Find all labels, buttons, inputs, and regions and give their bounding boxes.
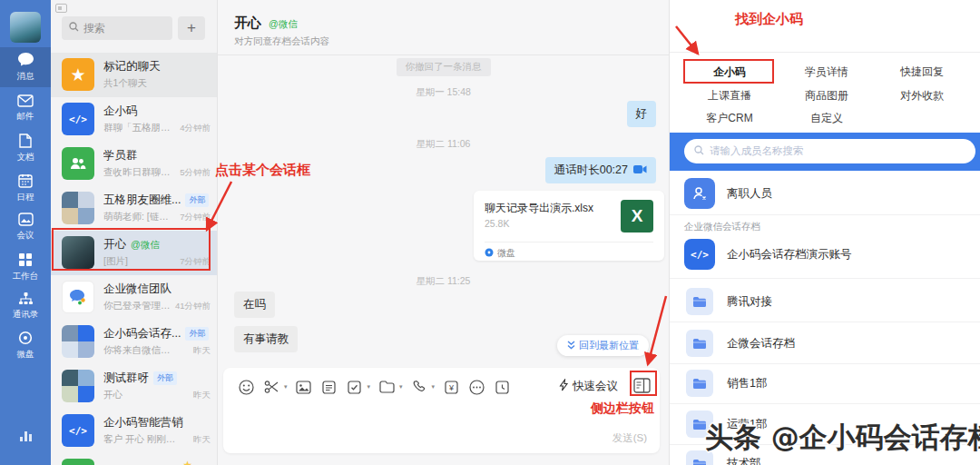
nav-item-meeting[interactable]: 会议	[0, 208, 51, 248]
nav-item-drive[interactable]: 微盘	[0, 326, 51, 366]
document-icon	[18, 135, 33, 151]
tab-custom[interactable]: 自定义	[781, 107, 872, 129]
nav-label: 会议	[0, 231, 51, 240]
file-icon[interactable]	[319, 376, 339, 398]
composer-toolbar: ▾ ▾ ▾ ▾ ¥	[236, 376, 512, 398]
list-item-wecom-team[interactable]: 企业微信团队 你已登录管理后台 41分钟前	[51, 275, 218, 320]
todo-icon[interactable]	[345, 376, 365, 398]
dropdown-caret-icon[interactable]: ▾	[432, 383, 436, 391]
nav-label: 微盘	[0, 350, 51, 359]
more-ellipsis-icon[interactable]	[466, 376, 486, 398]
starred-icon: ★	[182, 459, 192, 465]
send-button[interactable]: 发送(S)	[612, 431, 647, 445]
add-chat-button[interactable]: +	[178, 16, 205, 40]
group-collage-avatar	[62, 370, 94, 402]
mail-icon	[17, 94, 34, 110]
red-packet-icon[interactable]: ¥	[441, 376, 461, 398]
list-item-wuge-moments[interactable]: 五格朋友圈维...外部 萌萌老师: [链接]... 7分钟前	[51, 186, 218, 231]
quick-meeting-label: 快速会议	[573, 379, 618, 394]
resigned-staff-label: 离职人员	[727, 186, 772, 202]
sidebar-toggle-button[interactable]	[632, 378, 652, 396]
divider	[670, 214, 980, 215]
nav-label: 通讯录	[0, 310, 51, 319]
folder-item-tech[interactable]: 技术部	[670, 445, 980, 465]
video-camera-icon	[633, 164, 647, 177]
list-item-cutoff[interactable]: ★	[51, 453, 218, 465]
window-control-icon[interactable]	[55, 4, 67, 13]
image-icon[interactable]	[294, 376, 314, 398]
dropdown-caret-icon[interactable]: ▾	[284, 383, 288, 391]
folder-item-operations-1[interactable]: 运营1部	[670, 404, 980, 444]
incoming-message: 在吗	[234, 292, 275, 318]
list-item-qixiaoma[interactable]: </> 企小码 群聊「五格朋友... 4分钟前	[51, 97, 218, 142]
list-item-smart-marketing[interactable]: </> 企小码智能营销 客户 开心 刚刚添加... 昨天	[51, 409, 218, 453]
folder-item-tencent[interactable]: 腾讯对接	[670, 282, 980, 322]
external-badge: 外部	[185, 327, 209, 341]
nav-item-mail[interactable]: 邮件	[0, 90, 51, 130]
chat-time: 昨天	[193, 434, 211, 446]
folder-icon	[686, 450, 713, 465]
nav-item-messages[interactable]: 消息	[0, 47, 51, 87]
nav-item-docs[interactable]: 文档	[0, 129, 51, 169]
wecom-window: 消息 邮件 文档 日程 会议	[0, 0, 980, 465]
search-icon	[694, 145, 704, 157]
divider	[670, 52, 980, 53]
chat-subtitle: 查收昨日群聊数...	[103, 166, 178, 179]
phone-call-icon[interactable]	[409, 376, 429, 398]
screenshot-scissors-icon[interactable]	[261, 376, 281, 398]
tab-customer-crm[interactable]: 客户CRM	[684, 107, 775, 129]
resigned-staff-item[interactable]: 离职人员	[670, 173, 980, 214]
group-icon	[62, 147, 94, 180]
nav-item-calendar[interactable]: 日程	[0, 169, 51, 209]
quick-meeting-button[interactable]: 快速会议	[559, 379, 618, 394]
folder-item-wecom-archive[interactable]: 企微会话存档	[670, 323, 980, 363]
dropdown-caret-icon[interactable]: ▾	[399, 383, 403, 391]
archive-account-item[interactable]: </> 企小码会话存档演示账号	[670, 234, 980, 276]
folder-icon	[686, 330, 713, 357]
list-item-kaixin-selected[interactable]: 开心@微信 [图片] 7分钟前	[51, 231, 218, 275]
lightning-icon	[559, 379, 569, 394]
chat-search-input[interactable]: 搜索	[62, 16, 172, 40]
file-source: 微盘	[485, 247, 515, 260]
resigned-person-icon	[684, 178, 715, 209]
dropdown-caret-icon[interactable]: ▾	[368, 383, 371, 391]
timestamp: 星期一 15:48	[218, 86, 669, 99]
drive-icon	[18, 332, 33, 348]
tab-quick-reply[interactable]: 快捷回复	[877, 61, 967, 83]
folder-label: 腾讯对接	[727, 294, 772, 310]
member-search-input[interactable]: 请输入成员名称搜索	[684, 139, 975, 163]
history-icon[interactable]	[492, 376, 512, 398]
chat-title: 测试群呀	[103, 371, 149, 386]
avatar[interactable]	[10, 12, 41, 43]
calendar-icon	[18, 175, 33, 191]
nav-item-contacts[interactable]: 通讯录	[0, 287, 51, 327]
divider	[485, 242, 653, 242]
list-item-marked-chats[interactable]: ★ 标记的聊天 共1个聊天	[51, 53, 218, 97]
grid-icon	[18, 254, 33, 270]
tab-qixiaoma[interactable]: 企小码	[684, 61, 775, 83]
member-search-banner: 请输入成员名称搜索	[670, 133, 980, 171]
list-item-test-group[interactable]: 测试群呀外部 开心 昨天	[51, 364, 218, 409]
list-item-student-group[interactable]: 学员群 查收昨日群聊数... 5分钟前	[51, 142, 218, 186]
nav-item-stats[interactable]	[0, 429, 51, 461]
tab-external-payment[interactable]: 对外收款	[877, 84, 967, 106]
tab-live-class[interactable]: 上课直播	[684, 84, 775, 106]
chat-title: 企小码智能营销	[103, 415, 183, 430]
nav-item-workbench[interactable]: 工作台	[0, 248, 51, 288]
chat-subtitle: 你已登录管理后台	[103, 300, 178, 312]
chat-time: 7分钟前	[180, 256, 211, 268]
code-logo-icon: </>	[684, 239, 715, 270]
tab-student-detail[interactable]: 学员详情	[781, 61, 872, 83]
folder-icon[interactable]	[377, 376, 397, 398]
emoji-icon[interactable]	[236, 376, 256, 398]
folder-item-sales-1[interactable]: 销售1部	[670, 363, 980, 403]
file-source-label: 微盘	[497, 247, 515, 260]
jump-to-latest-button[interactable]: 回到最新位置	[557, 335, 649, 356]
annotation-click-chat: 点击某个会话框	[215, 162, 310, 179]
tab-product-album[interactable]: 商品图册	[781, 84, 872, 106]
chat-title: 五格朋友圈维...	[103, 193, 181, 208]
list-item-archive-group[interactable]: 企小码会话存...外部 你将来自微信的开心... 昨天	[51, 320, 218, 364]
file-message-card[interactable]: 聊天记录导出演示.xlsx 25.8K X 微盘	[474, 191, 664, 261]
folder-label: 技术部	[727, 456, 761, 465]
svg-text:¥: ¥	[448, 383, 455, 392]
